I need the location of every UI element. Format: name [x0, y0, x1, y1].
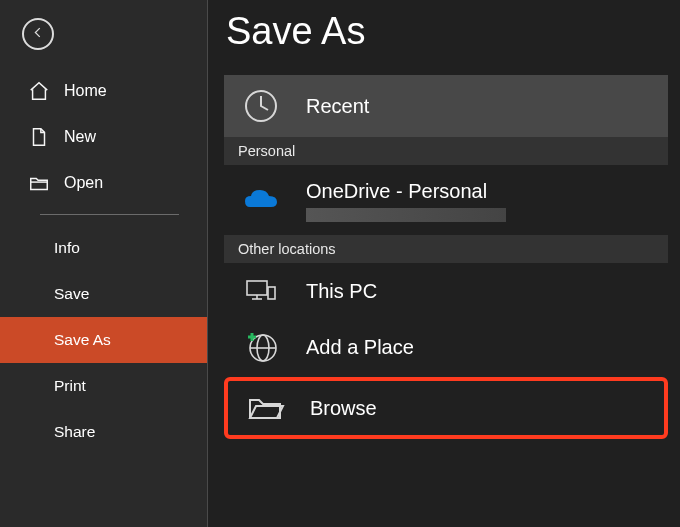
- sidebar-item-print[interactable]: Print: [0, 363, 207, 409]
- location-label: This PC: [306, 280, 377, 303]
- sidebar-item-save[interactable]: Save: [0, 271, 207, 317]
- locations-panel: Recent Personal OneDrive - Personal Othe…: [224, 75, 668, 439]
- browse-highlight: Browse: [224, 377, 668, 439]
- location-browse[interactable]: Browse: [228, 381, 664, 435]
- svg-rect-1: [247, 281, 267, 295]
- location-recent[interactable]: Recent: [224, 75, 668, 137]
- sidebar-item-label: Save: [54, 285, 89, 303]
- backstage-sidebar: Home New Open Info Save Save As Print Sh…: [0, 0, 208, 527]
- sidebar-item-label: Share: [54, 423, 95, 441]
- location-this-pc[interactable]: This PC: [224, 263, 668, 319]
- location-onedrive-personal[interactable]: OneDrive - Personal: [224, 165, 668, 235]
- svg-rect-4: [268, 287, 275, 299]
- new-icon: [28, 126, 50, 148]
- sidebar-item-home[interactable]: Home: [0, 68, 207, 114]
- location-label: Recent: [306, 95, 369, 118]
- location-label: OneDrive - Personal: [306, 179, 506, 204]
- thispc-icon: [240, 270, 282, 312]
- save-as-pane: Save As Recent Personal OneDrive - Perso…: [208, 0, 680, 527]
- sidebar-divider: [40, 214, 179, 215]
- sidebar-item-new[interactable]: New: [0, 114, 207, 160]
- sidebar-item-open[interactable]: Open: [0, 160, 207, 206]
- sidebar-item-label: Info: [54, 239, 80, 257]
- sidebar-item-label: Save As: [54, 331, 111, 349]
- browse-icon: [244, 387, 286, 429]
- sidebar-item-info[interactable]: Info: [0, 225, 207, 271]
- sidebar-item-label: Open: [64, 174, 103, 192]
- page-title: Save As: [226, 10, 668, 53]
- back-arrow-icon: [31, 25, 46, 44]
- sidebar-item-share[interactable]: Share: [0, 409, 207, 455]
- onedrive-account-redacted: [306, 208, 506, 222]
- onedrive-icon: [240, 179, 282, 221]
- sidebar-item-label: Home: [64, 82, 107, 100]
- home-icon: [28, 80, 50, 102]
- location-label: Browse: [310, 397, 377, 420]
- location-label: Add a Place: [306, 336, 414, 359]
- addplace-icon: [240, 326, 282, 368]
- sidebar-item-save-as[interactable]: Save As: [0, 317, 207, 363]
- section-header-personal: Personal: [224, 137, 668, 165]
- sidebar-item-label: New: [64, 128, 96, 146]
- open-icon: [28, 172, 50, 194]
- location-add-a-place[interactable]: Add a Place: [224, 319, 668, 375]
- clock-icon: [240, 85, 282, 127]
- section-header-other: Other locations: [224, 235, 668, 263]
- sidebar-item-label: Print: [54, 377, 86, 395]
- back-button[interactable]: [22, 18, 54, 50]
